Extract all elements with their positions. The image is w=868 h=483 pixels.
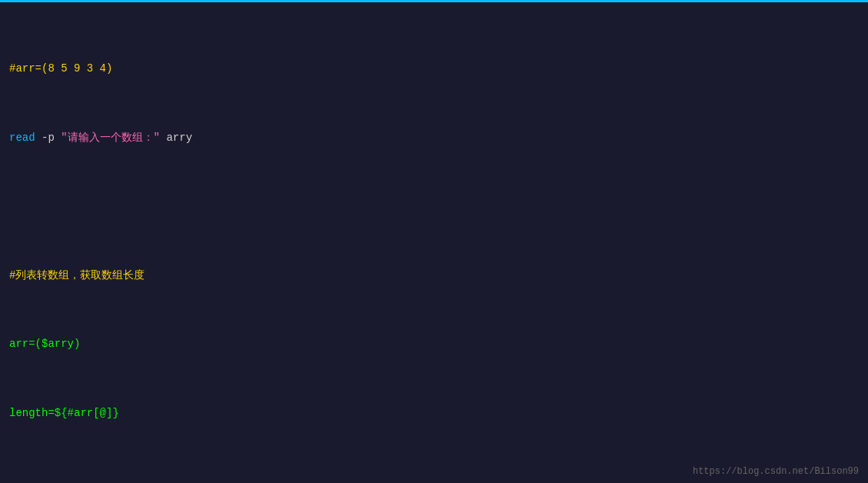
- code-line-3: [9, 198, 859, 215]
- watermark: https://blog.csdn.net/Bilson99: [693, 466, 859, 477]
- code-line-1: #arr=(8 5 9 3 4): [9, 60, 859, 77]
- code-line-2: read -p "请输入一个数组：" arry: [9, 129, 859, 146]
- code-content: #arr=(8 5 9 3 4) read -p "请输入一个数组：" arry…: [9, 8, 859, 483]
- code-editor: #arr=(8 5 9 3 4) read -p "请输入一个数组：" arry…: [0, 0, 868, 483]
- code-line-5: arr=($arry): [9, 335, 859, 352]
- code-line-4: #列表转数组，获取数组长度: [9, 267, 859, 284]
- code-line-6: length=${#arr[@]}: [9, 405, 859, 421]
